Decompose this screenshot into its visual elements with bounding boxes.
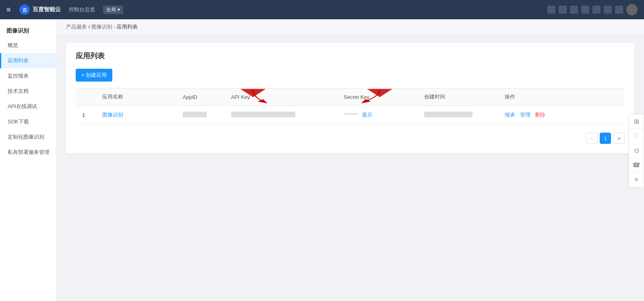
baidu-logo-icon: 百: [19, 4, 30, 15]
topnav-left: ≡ 百 百度智能云 控制台总览 全局 ▾: [6, 4, 123, 15]
page-next-btn[interactable]: >: [613, 133, 625, 144]
nav-icon-7[interactable]: [615, 6, 623, 14]
nav-icon-1[interactable]: [547, 6, 555, 14]
sidebar-item-docs[interactable]: 技术文档: [0, 84, 56, 99]
logo-text: 百度智能云: [33, 6, 61, 13]
sidebar-item-monitor[interactable]: 监控报表: [0, 68, 56, 84]
row-secretkey: ******* 显示: [337, 106, 418, 125]
sidebar-item-overview[interactable]: 概览: [0, 38, 56, 53]
sidebar-item-custom[interactable]: 定制化图像识别: [0, 129, 56, 145]
secretkey-masked: *******: [344, 112, 358, 118]
pagination: < 1 >: [76, 133, 625, 144]
user-avatar[interactable]: [626, 4, 638, 15]
col-header-appid: AppID: [176, 88, 225, 106]
row-apikey: [225, 106, 337, 125]
secretkey-show-link[interactable]: 显示: [362, 112, 372, 118]
action-delete-link[interactable]: 删除: [535, 112, 545, 118]
row-time: [418, 106, 498, 125]
layout: 图像识别 概览 应用列表 监控报表 技术文档 API在线调试 SDK下载 定制化…: [0, 19, 644, 301]
breadcrumb-service[interactable]: 产品服务: [66, 24, 87, 30]
sidebar-item-api-debug[interactable]: API在线调试: [0, 99, 56, 114]
col-header-apikey: API Key: [225, 88, 337, 106]
col-header-actions: 操作: [498, 88, 625, 106]
sidebar-item-app-list[interactable]: 应用列表: [0, 53, 56, 68]
page-title: 应用列表: [76, 51, 625, 61]
topnav-right: [547, 4, 638, 15]
sidebar-item-private[interactable]: 私有部署服务管理: [0, 145, 56, 160]
action-manage-link[interactable]: 管理: [520, 112, 530, 118]
sidebar-item-sdk[interactable]: SDK下载: [0, 114, 56, 129]
table-container: 应用名称 AppID API Key Secret Key 创建时间 操作 1: [76, 88, 625, 125]
page-1-btn[interactable]: 1: [600, 133, 611, 144]
nav-icon-5[interactable]: [592, 6, 601, 14]
logo-area: 百 百度智能云: [19, 4, 61, 15]
app-name-link[interactable]: 图像识别: [102, 112, 123, 118]
content-card: 应用列表 + 创建应用: [66, 43, 634, 154]
breadcrumb-category[interactable]: 图像识别: [91, 24, 112, 30]
action-report-link[interactable]: 报表: [505, 112, 515, 118]
col-header-secretkey: Secret Key: [337, 88, 418, 106]
breadcrumb-current: 应用列表: [117, 24, 138, 30]
row-name: 图像识别: [96, 106, 176, 125]
float-icon-list[interactable]: ≡: [629, 172, 644, 187]
create-app-button[interactable]: + 创建应用: [76, 69, 112, 82]
col-header-name: 应用名称: [96, 88, 176, 106]
col-header-time: 创建时间: [418, 88, 498, 106]
row-index: 1: [76, 106, 96, 125]
float-sidebar: ⊞ ♡ ⊙ ☎ ≡: [629, 114, 644, 187]
app-table: 应用名称 AppID API Key Secret Key 创建时间 操作 1: [76, 88, 625, 125]
apikey-placeholder: [231, 112, 295, 117]
float-icon-grid[interactable]: ⊞: [629, 115, 644, 129]
control-overview-link[interactable]: 控制台总览: [66, 6, 98, 13]
region-selector[interactable]: 全局 ▾: [103, 6, 123, 14]
appid-placeholder: [183, 112, 207, 117]
table-row: 1 图像识别 *******: [76, 106, 625, 125]
float-icon-favorite[interactable]: ♡: [629, 129, 644, 143]
float-icon-phone[interactable]: ☎: [629, 158, 644, 172]
top-navigation: ≡ 百 百度智能云 控制台总览 全局 ▾: [0, 0, 644, 19]
hamburger-icon[interactable]: ≡: [6, 6, 11, 14]
nav-icon-3[interactable]: [570, 6, 578, 14]
col-header-index: [76, 88, 96, 106]
breadcrumb: 产品服务 / 图像识别 - 应用列表: [56, 19, 644, 35]
main-content: 产品服务 / 图像识别 - 应用列表 应用列表 + 创建应用: [56, 19, 644, 301]
nav-icon-4[interactable]: [581, 6, 589, 14]
sidebar: 图像识别 概览 应用列表 监控报表 技术文档 API在线调试 SDK下载 定制化…: [0, 19, 56, 301]
row-appid: [176, 106, 225, 125]
sidebar-title: 图像识别: [0, 23, 56, 38]
page-prev-btn[interactable]: <: [586, 133, 597, 144]
svg-text:百: 百: [22, 8, 27, 12]
nav-icon-6[interactable]: [604, 6, 612, 14]
row-actions: 报表 管理 删除: [498, 106, 625, 125]
float-icon-help[interactable]: ⊙: [629, 143, 644, 158]
nav-icon-2[interactable]: [559, 6, 567, 14]
time-placeholder: [424, 112, 473, 117]
